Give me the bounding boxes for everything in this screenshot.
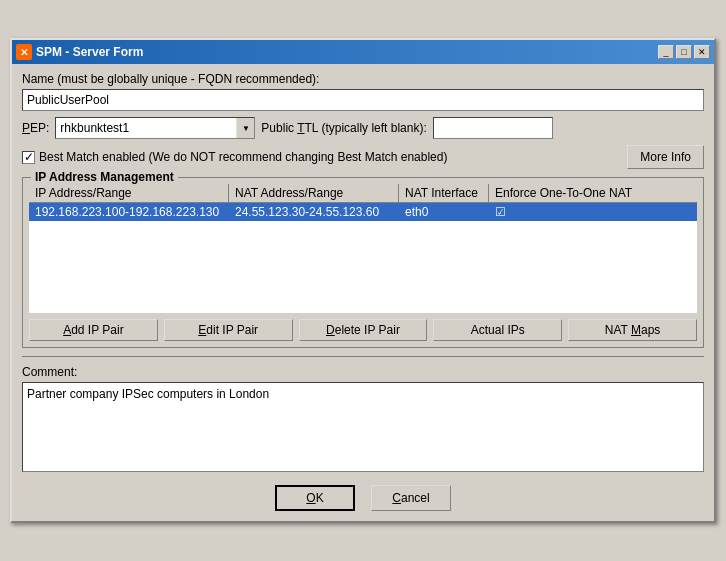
cancel-button[interactable]: Cancel [371,485,451,511]
titlebar-left: ✕ SPM - Server Form [16,44,143,60]
app-icon: ✕ [16,44,32,60]
name-input[interactable] [22,89,704,111]
nat-range-cell: 24.55.123.30-24.55.123.60 [229,203,399,221]
best-match-label: Best Match enabled (We do NOT recommend … [39,150,447,164]
window-title: SPM - Server Form [36,45,143,59]
edit-ip-pair-button[interactable]: Edit IP Pair [164,319,293,341]
footer-buttons: OK Cancel [22,475,704,511]
ip-management-group: IP Address Management IP Address/Range N… [22,177,704,348]
comment-label: Comment: [22,365,704,379]
ip-data-area[interactable]: 192.168.223.100-192.168.223.130 24.55.12… [29,203,697,313]
pep-dropdown-button[interactable]: ▼ [236,118,254,138]
pep-dropdown-wrapper: ▼ [55,117,255,139]
ip-table-header: IP Address/Range NAT Address/Range NAT I… [29,184,697,203]
more-info-button[interactable]: More Info [627,145,704,169]
minimize-button[interactable]: _ [658,45,674,59]
add-ip-pair-button[interactable]: Add IP Pair [29,319,158,341]
ip-management-title: IP Address Management [31,170,178,184]
ip-header-nat-range: NAT Address/Range [229,184,399,202]
comment-label-text: Comment: [22,365,77,379]
name-label: Name (must be globally unique - FQDN rec… [22,72,704,86]
table-row[interactable]: 192.168.223.100-192.168.223.130 24.55.12… [29,203,697,221]
public-ttl-input[interactable] [433,117,553,139]
best-match-checkbox[interactable] [22,151,35,164]
pep-input[interactable] [56,118,236,138]
nat-interface-cell: eth0 [399,203,489,221]
nat-maps-button[interactable]: NAT Maps [568,319,697,341]
ip-header-nat-interface: NAT Interface [399,184,489,202]
maximize-button[interactable]: □ [676,45,692,59]
ip-header-ip-range: IP Address/Range [29,184,229,202]
ok-button[interactable]: OK [275,485,355,511]
enforce-cell: ☑ [489,203,697,221]
ip-header-enforce: Enforce One-To-One NAT [489,184,697,202]
titlebar: ✕ SPM - Server Form _ □ ✕ [12,40,714,64]
ip-action-buttons: Add IP Pair Edit IP Pair Delete IP Pair … [29,319,697,341]
actual-ips-button[interactable]: Actual IPs [433,319,562,341]
name-label-text: Name (must be globally unique - FQDN rec… [22,72,319,86]
comment-textarea[interactable]: Partner company IPSec computers in Londo… [22,382,704,472]
main-window: ✕ SPM - Server Form _ □ ✕ Name (must be … [10,38,716,523]
ip-range-cell: 192.168.223.100-192.168.223.130 [29,203,229,221]
public-ttl-label: Public TTL (typically left blank): [261,121,426,135]
titlebar-buttons: _ □ ✕ [658,45,710,59]
close-button[interactable]: ✕ [694,45,710,59]
divider [22,356,704,357]
best-match-row: Best Match enabled (We do NOT recommend … [22,145,704,169]
form-content: Name (must be globally unique - FQDN rec… [12,64,714,521]
delete-ip-pair-button[interactable]: Delete IP Pair [299,319,428,341]
pep-label: PEP: [22,121,49,135]
